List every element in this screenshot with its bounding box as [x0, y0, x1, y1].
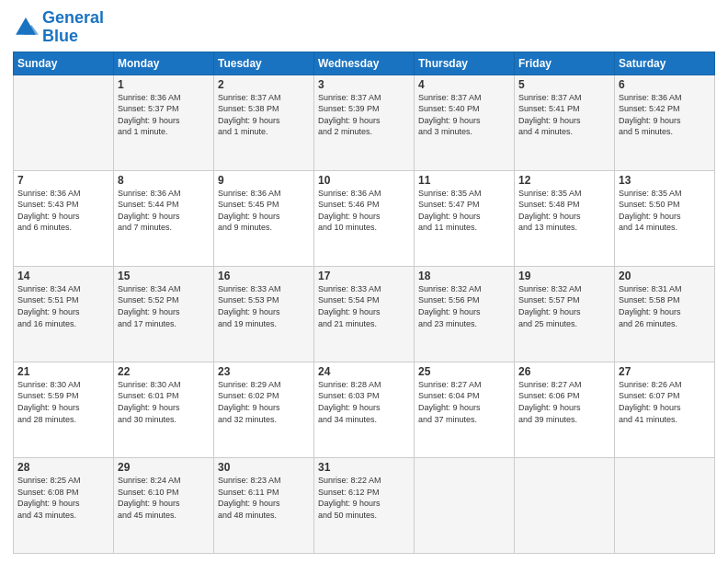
calendar-cell: 6Sunrise: 8:36 AM Sunset: 5:42 PM Daylig… — [615, 75, 715, 170]
calendar-cell: 5Sunrise: 8:37 AM Sunset: 5:41 PM Daylig… — [515, 75, 615, 170]
calendar-cell: 29Sunrise: 8:24 AM Sunset: 6:10 PM Dayli… — [114, 457, 214, 553]
calendar-week-row: 21Sunrise: 8:30 AM Sunset: 5:59 PM Dayli… — [14, 362, 715, 457]
calendar-cell: 9Sunrise: 8:36 AM Sunset: 5:45 PM Daylig… — [214, 170, 314, 266]
day-number: 5 — [518, 78, 610, 91]
day-info: Sunrise: 8:25 AM Sunset: 6:08 PM Dayligh… — [17, 475, 109, 521]
day-number: 26 — [518, 365, 610, 378]
day-number: 24 — [318, 365, 410, 378]
day-info: Sunrise: 8:30 AM Sunset: 5:59 PM Dayligh… — [17, 379, 109, 425]
calendar-cell — [615, 457, 715, 553]
calendar-week-row: 28Sunrise: 8:25 AM Sunset: 6:08 PM Dayli… — [14, 457, 715, 553]
calendar-cell: 2Sunrise: 8:37 AM Sunset: 5:38 PM Daylig… — [214, 75, 314, 170]
day-info: Sunrise: 8:36 AM Sunset: 5:37 PM Dayligh… — [118, 92, 210, 138]
day-number: 22 — [118, 365, 210, 378]
calendar-cell: 28Sunrise: 8:25 AM Sunset: 6:08 PM Dayli… — [14, 457, 114, 553]
calendar-cell: 17Sunrise: 8:33 AM Sunset: 5:54 PM Dayli… — [314, 266, 415, 362]
day-number: 1 — [118, 78, 210, 91]
calendar-cell: 11Sunrise: 8:35 AM Sunset: 5:47 PM Dayli… — [415, 170, 515, 266]
calendar-cell: 4Sunrise: 8:37 AM Sunset: 5:40 PM Daylig… — [415, 75, 515, 170]
calendar-cell: 18Sunrise: 8:32 AM Sunset: 5:56 PM Dayli… — [415, 266, 515, 362]
calendar-cell: 1Sunrise: 8:36 AM Sunset: 5:37 PM Daylig… — [114, 75, 214, 170]
weekday-header-row: SundayMondayTuesdayWednesdayThursdayFrid… — [14, 52, 715, 75]
day-info: Sunrise: 8:36 AM Sunset: 5:46 PM Dayligh… — [318, 188, 410, 234]
day-info: Sunrise: 8:32 AM Sunset: 5:56 PM Dayligh… — [418, 283, 510, 329]
day-number: 14 — [17, 270, 109, 282]
weekday-header: Friday — [515, 52, 615, 75]
day-info: Sunrise: 8:37 AM Sunset: 5:41 PM Dayligh… — [518, 92, 610, 138]
calendar-cell: 26Sunrise: 8:27 AM Sunset: 6:06 PM Dayli… — [515, 362, 615, 457]
calendar-cell: 7Sunrise: 8:36 AM Sunset: 5:43 PM Daylig… — [14, 170, 114, 266]
logo-general: General — [42, 8, 104, 27]
day-info: Sunrise: 8:34 AM Sunset: 5:52 PM Dayligh… — [118, 283, 210, 329]
calendar-cell: 14Sunrise: 8:34 AM Sunset: 5:51 PM Dayli… — [14, 266, 114, 362]
day-number: 11 — [418, 174, 510, 187]
day-number: 7 — [17, 174, 109, 187]
day-info: Sunrise: 8:31 AM Sunset: 5:58 PM Dayligh… — [619, 283, 711, 329]
day-number: 6 — [619, 78, 711, 91]
day-number: 15 — [118, 270, 210, 282]
calendar-cell: 31Sunrise: 8:22 AM Sunset: 6:12 PM Dayli… — [314, 457, 415, 553]
day-number: 12 — [518, 174, 610, 187]
day-info: Sunrise: 8:37 AM Sunset: 5:38 PM Dayligh… — [218, 92, 310, 138]
day-info: Sunrise: 8:33 AM Sunset: 5:53 PM Dayligh… — [218, 283, 310, 329]
calendar-cell: 23Sunrise: 8:29 AM Sunset: 6:02 PM Dayli… — [214, 362, 314, 457]
day-info: Sunrise: 8:28 AM Sunset: 6:03 PM Dayligh… — [318, 379, 410, 425]
weekday-header: Wednesday — [314, 52, 415, 75]
calendar-cell: 20Sunrise: 8:31 AM Sunset: 5:58 PM Dayli… — [615, 266, 715, 362]
day-info: Sunrise: 8:30 AM Sunset: 6:01 PM Dayligh… — [118, 379, 210, 425]
calendar-cell: 12Sunrise: 8:35 AM Sunset: 5:48 PM Dayli… — [515, 170, 615, 266]
day-number: 27 — [619, 365, 711, 378]
day-info: Sunrise: 8:23 AM Sunset: 6:11 PM Dayligh… — [218, 475, 310, 521]
day-info: Sunrise: 8:36 AM Sunset: 5:43 PM Dayligh… — [17, 188, 109, 234]
day-info: Sunrise: 8:35 AM Sunset: 5:48 PM Dayligh… — [518, 188, 610, 234]
day-number: 9 — [218, 174, 310, 187]
day-number: 18 — [418, 270, 510, 282]
day-number: 23 — [218, 365, 310, 378]
day-info: Sunrise: 8:33 AM Sunset: 5:54 PM Dayligh… — [318, 283, 410, 329]
calendar-cell: 10Sunrise: 8:36 AM Sunset: 5:46 PM Dayli… — [314, 170, 415, 266]
day-number: 8 — [118, 174, 210, 187]
day-number: 29 — [118, 461, 210, 474]
day-number: 21 — [17, 365, 109, 378]
day-number: 17 — [318, 270, 410, 282]
calendar-cell: 19Sunrise: 8:32 AM Sunset: 5:57 PM Dayli… — [515, 266, 615, 362]
day-info: Sunrise: 8:27 AM Sunset: 6:04 PM Dayligh… — [418, 379, 510, 425]
day-number: 13 — [619, 174, 711, 187]
calendar-cell: 13Sunrise: 8:35 AM Sunset: 5:50 PM Dayli… — [615, 170, 715, 266]
calendar-cell: 21Sunrise: 8:30 AM Sunset: 5:59 PM Dayli… — [14, 362, 114, 457]
day-number: 28 — [17, 461, 109, 474]
day-info: Sunrise: 8:22 AM Sunset: 6:12 PM Dayligh… — [318, 475, 410, 521]
logo-text: General Blue — [42, 9, 104, 46]
weekday-header: Monday — [114, 52, 214, 75]
day-info: Sunrise: 8:35 AM Sunset: 5:47 PM Dayligh… — [418, 188, 510, 234]
header: General Blue — [13, 9, 715, 46]
calendar-cell: 27Sunrise: 8:26 AM Sunset: 6:07 PM Dayli… — [615, 362, 715, 457]
calendar-cell: 15Sunrise: 8:34 AM Sunset: 5:52 PM Dayli… — [114, 266, 214, 362]
day-info: Sunrise: 8:36 AM Sunset: 5:44 PM Dayligh… — [118, 188, 210, 234]
logo-icon — [13, 15, 39, 40]
weekday-header: Tuesday — [214, 52, 314, 75]
calendar-table: SundayMondayTuesdayWednesdayThursdayFrid… — [13, 52, 715, 554]
calendar-cell: 24Sunrise: 8:28 AM Sunset: 6:03 PM Dayli… — [314, 362, 415, 457]
day-info: Sunrise: 8:34 AM Sunset: 5:51 PM Dayligh… — [17, 283, 109, 329]
day-info: Sunrise: 8:27 AM Sunset: 6:06 PM Dayligh… — [518, 379, 610, 425]
calendar-cell: 8Sunrise: 8:36 AM Sunset: 5:44 PM Daylig… — [114, 170, 214, 266]
calendar-week-row: 14Sunrise: 8:34 AM Sunset: 5:51 PM Dayli… — [14, 266, 715, 362]
day-number: 20 — [619, 270, 711, 282]
day-info: Sunrise: 8:37 AM Sunset: 5:39 PM Dayligh… — [318, 92, 410, 138]
day-info: Sunrise: 8:35 AM Sunset: 5:50 PM Dayligh… — [619, 188, 711, 234]
calendar-cell — [14, 75, 114, 170]
calendar-cell: 22Sunrise: 8:30 AM Sunset: 6:01 PM Dayli… — [114, 362, 214, 457]
calendar-cell: 16Sunrise: 8:33 AM Sunset: 5:53 PM Dayli… — [214, 266, 314, 362]
day-number: 10 — [318, 174, 410, 187]
weekday-header: Sunday — [14, 52, 114, 75]
day-number: 19 — [518, 270, 610, 282]
calendar-cell — [415, 457, 515, 553]
logo: General Blue — [13, 9, 104, 46]
page: General Blue SundayMondayTuesdayWednesda… — [0, 0, 728, 563]
weekday-header: Thursday — [415, 52, 515, 75]
calendar-week-row: 1Sunrise: 8:36 AM Sunset: 5:37 PM Daylig… — [14, 75, 715, 170]
day-info: Sunrise: 8:36 AM Sunset: 5:45 PM Dayligh… — [218, 188, 310, 234]
day-info: Sunrise: 8:29 AM Sunset: 6:02 PM Dayligh… — [218, 379, 310, 425]
day-number: 4 — [418, 78, 510, 91]
